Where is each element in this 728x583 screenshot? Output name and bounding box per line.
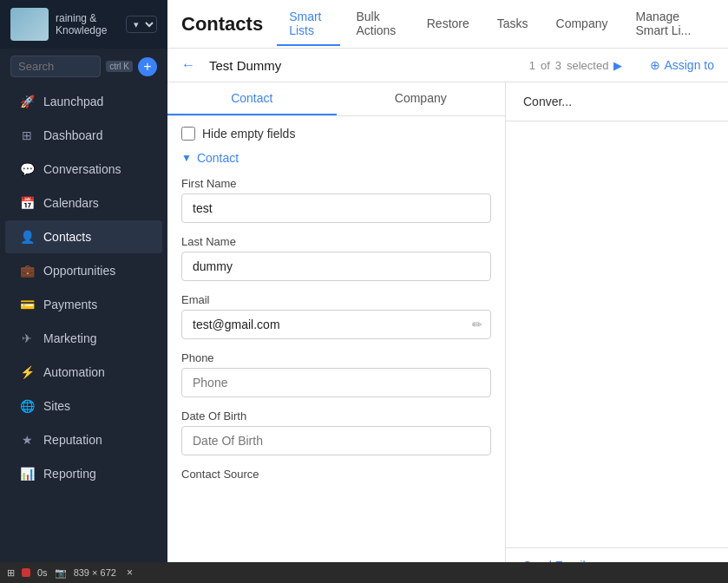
phone-input[interactable] [181, 368, 491, 397]
bottom-bar-record-dot [22, 568, 30, 577]
phone-field-group: Phone [181, 351, 491, 397]
sidebar-item-label: Opportunities [43, 264, 115, 278]
sub-header: ← Test Dummy 1 of 3 selected ▶ ⊕ Assign … [167, 49, 728, 82]
sidebar-search-area: ctrl K + [0, 49, 167, 84]
assign-to-button[interactable]: ⊕ Assign to [650, 58, 714, 72]
sidebar-item-automation[interactable]: ⚡ Automation [5, 356, 162, 389]
contact-section-header[interactable]: ▼ Contact [181, 151, 491, 165]
sidebar-item-label: Launchpad [43, 95, 103, 108]
edit-icon[interactable]: ✏ [472, 318, 482, 331]
contact-source-field-group: Contact Source [181, 468, 491, 481]
first-name-label: First Name [181, 177, 491, 190]
tab-bulk-actions[interactable]: Bulk Actions [344, 3, 410, 46]
tab-manage-smart-lists[interactable]: Manage Smart Li... [623, 3, 714, 46]
sidebar-item-label: Payments [43, 298, 97, 311]
credit-card-icon: 💳 [19, 297, 35, 312]
tab-company[interactable]: Company [544, 10, 620, 39]
bottom-bar: ⊞ 0s 📷 728 × 583 × [0, 562, 728, 583]
sidebar-item-label: Contacts [43, 230, 91, 244]
search-input[interactable] [10, 56, 101, 77]
sidebar-item-label: Marketing [43, 331, 96, 345]
sidebar-header: raining & Knowledge ▾ [0, 0, 167, 49]
sidebar-item-label: Conversations [43, 162, 121, 176]
sidebar-item-calendars[interactable]: 📅 Calendars [5, 187, 162, 219]
sidebar-item-payments[interactable]: 💳 Payments [5, 288, 162, 321]
section-contact-label: Contact [197, 151, 239, 165]
sidebar-item-reporting[interactable]: 📊 Reporting [5, 457, 162, 490]
sidebar-item-contacts[interactable]: 👤 Contacts [5, 220, 162, 253]
globe-icon: 🌐 [19, 398, 35, 414]
grid-icon: ⊞ [19, 128, 35, 143]
bar-chart-icon: 📊 [19, 466, 35, 481]
assign-to-label: Assign to [664, 58, 714, 72]
sidebar-item-marketing[interactable]: ✈ Marketing [5, 322, 162, 355]
last-name-label: Last Name [181, 235, 491, 248]
selection-current: 1 [529, 59, 535, 72]
hide-empty-label: Hide empty fields [202, 127, 295, 141]
sidebar-item-label: Sites [43, 399, 70, 413]
star-icon: ★ [19, 432, 35, 448]
dob-input[interactable] [181, 426, 491, 455]
tab-smart-lists[interactable]: Smart Lists [277, 3, 340, 46]
selection-info: 1 of 3 selected ▶ [529, 59, 623, 72]
left-panel: Contact Company Hide empty fields ▼ Cont… [167, 82, 506, 583]
sidebar-item-launchpad[interactable]: 🚀 Launchpad [5, 85, 162, 118]
sidebar-logo [10, 8, 49, 41]
email-input[interactable] [181, 310, 491, 339]
sidebar-item-label: Dashboard [43, 128, 103, 142]
sidebar-account-dropdown[interactable]: ▾ [126, 16, 157, 33]
panel-tabs: Contact Company [167, 82, 505, 116]
send-icon: ✈ [19, 331, 35, 346]
chat-icon: 💬 [19, 161, 35, 177]
right-panel: Conver... Send Email [506, 82, 728, 583]
contact-area: Contact Company Hide empty fields ▼ Cont… [167, 82, 728, 583]
bottom-bar-camera-icon: 📷 [55, 567, 67, 579]
tab-restore[interactable]: Restore [415, 10, 482, 39]
last-name-field-group: Last Name [181, 235, 491, 281]
back-arrow-button[interactable]: ← [181, 57, 195, 73]
briefcase-icon: 💼 [19, 263, 35, 278]
sidebar: raining & Knowledge ▾ ctrl K + 🚀 Launchp… [0, 0, 167, 583]
add-button[interactable]: + [138, 57, 157, 76]
hide-empty-row: Hide empty fields [181, 127, 491, 141]
rocket-icon: 🚀 [19, 94, 35, 109]
sidebar-item-dashboard[interactable]: ⊞ Dashboard [5, 119, 162, 152]
selection-of: of [541, 59, 550, 72]
bottom-bar-grid-icon: ⊞ [7, 567, 15, 579]
sidebar-item-conversations[interactable]: 💬 Conversations [5, 153, 162, 186]
person-icon: 👤 [19, 229, 35, 245]
panel-body: Hide empty fields ▼ Contact First Name L… [167, 116, 505, 583]
tab-tasks[interactable]: Tasks [485, 10, 541, 39]
sidebar-title: raining & Knowledge [56, 12, 119, 36]
sidebar-item-reputation[interactable]: ★ Reputation [5, 423, 162, 456]
right-panel-body [506, 121, 728, 547]
email-input-wrap: ✏ [181, 310, 491, 339]
bottom-bar-dimensions: 728 × 583 [74, 567, 116, 578]
sidebar-item-label: Reporting [43, 467, 96, 481]
chevron-down-icon: ▼ [181, 152, 192, 164]
zap-icon: ⚡ [19, 364, 35, 380]
selection-label: selected [567, 59, 608, 72]
panel-tab-company[interactable]: Company [337, 82, 506, 115]
phone-label: Phone [181, 351, 491, 364]
bottom-bar-close-button[interactable]: × [127, 567, 133, 579]
right-panel-header: Conver... [506, 82, 728, 121]
selection-total: 3 [555, 59, 561, 72]
sidebar-item-sites[interactable]: 🌐 Sites [5, 390, 162, 423]
last-name-input[interactable] [181, 252, 491, 281]
hide-empty-checkbox[interactable] [181, 127, 195, 141]
email-label: Email [181, 293, 491, 306]
panel-tab-contact[interactable]: Contact [167, 82, 337, 115]
sidebar-nav: 🚀 Launchpad ⊞ Dashboard 💬 Conversations … [0, 84, 167, 491]
main-content: Contacts Smart Lists Smart Lists Bulk Ac… [167, 0, 728, 583]
sidebar-item-label: Calendars [43, 196, 99, 210]
next-arrow[interactable]: ▶ [613, 59, 622, 72]
top-tabs-bar: Contacts Smart Lists Smart Lists Bulk Ac… [167, 0, 728, 49]
page-title: Contacts [181, 13, 263, 36]
dob-label: Date Of Birth [181, 409, 491, 423]
conversations-header-label: Conver... [523, 95, 572, 108]
first-name-input[interactable] [181, 193, 491, 223]
sidebar-item-opportunities[interactable]: 💼 Opportunities [5, 254, 162, 287]
plus-circle-icon: ⊕ [650, 58, 660, 72]
contact-source-label: Contact Source [181, 468, 491, 481]
